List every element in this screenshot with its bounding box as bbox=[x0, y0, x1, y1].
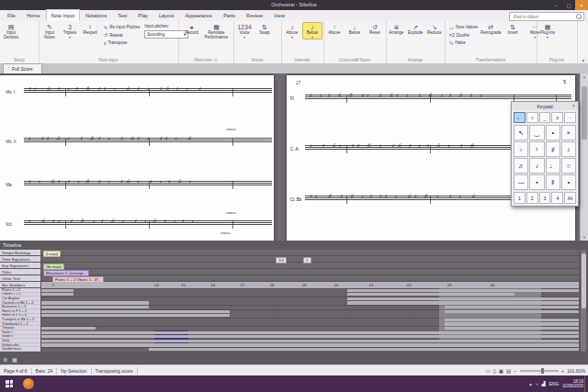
plug-ins-button[interactable]: ▦ Plug-ins ▾ bbox=[537, 22, 558, 39]
full-screen-icon[interactable]: ▤ bbox=[506, 368, 511, 374]
keypad-button[interactable]: ♯ bbox=[546, 141, 560, 157]
network-icon[interactable]: ▟ bbox=[542, 381, 546, 386]
scroll-down-icon[interactable]: ▾ bbox=[581, 235, 588, 240]
keypad-button[interactable]: • bbox=[546, 125, 560, 140]
timeline-music-segment[interactable] bbox=[445, 310, 579, 313]
close-icon[interactable]: × bbox=[571, 102, 577, 110]
re-input-pitches-button[interactable]: ✎ Re-input Pitches bbox=[102, 24, 141, 30]
keypad-title-bar[interactable]: Keypad × bbox=[512, 102, 578, 110]
tray-app-icon[interactable]: ● bbox=[536, 381, 538, 386]
record-button[interactable]: ● Record bbox=[179, 22, 204, 39]
explode-button[interactable]: ↗ Explode bbox=[406, 22, 425, 39]
keypad-tab-accidentals[interactable]: ⋯ bbox=[564, 112, 576, 123]
timeline-music-segment[interactable] bbox=[41, 343, 579, 346]
timeline-music-segment[interactable] bbox=[149, 348, 579, 351]
keypad-tab-more-notes[interactable]: ♫ bbox=[526, 112, 538, 123]
timeline-music-segment[interactable] bbox=[445, 319, 579, 321]
keypad-tab-common-notes[interactable]: ♩ bbox=[514, 112, 526, 123]
keypad-button[interactable]: ♩ bbox=[546, 158, 560, 174]
timeline-music-segment[interactable] bbox=[41, 293, 74, 296]
tab-notations[interactable]: Notations bbox=[80, 9, 112, 21]
transpose-button[interactable]: ♯ Transpose bbox=[102, 39, 141, 46]
tab-review[interactable]: Review bbox=[241, 9, 268, 21]
keypad-button[interactable]: ♪ bbox=[529, 158, 544, 174]
cross-staff-above-button[interactable]: ↑ Above bbox=[324, 22, 345, 39]
minimize-button[interactable]: – bbox=[549, 0, 562, 10]
invert-button[interactable]: ⇅ Invert bbox=[502, 22, 524, 39]
interval-below-button[interactable]: ♪ Below ▾ bbox=[302, 22, 322, 39]
arrange-button[interactable]: ≣ Arrange bbox=[387, 22, 406, 39]
halve-button[interactable]: ½ Halve bbox=[447, 39, 480, 46]
zoom-slider[interactable] bbox=[520, 370, 559, 372]
chip-tempo-largo[interactable]: [Largo] bbox=[43, 251, 61, 257]
keypad-button[interactable]: ♪ bbox=[561, 141, 576, 157]
zoom-slider-thumb[interactable] bbox=[541, 368, 544, 374]
scrollbar-thumb[interactable] bbox=[582, 253, 586, 308]
ribbon-search-input[interactable] bbox=[512, 14, 576, 20]
tab-file[interactable]: File bbox=[2, 9, 21, 21]
zoom-out-button[interactable]: − bbox=[514, 368, 517, 374]
keypad-voice-button[interactable]: 1 bbox=[514, 192, 526, 204]
collapse-ribbon-button[interactable]: ▴ bbox=[582, 57, 584, 62]
cross-staff-reset-button[interactable]: ↺ Reset bbox=[365, 22, 385, 39]
keypad-button[interactable]: ↖ bbox=[514, 125, 528, 140]
show-desktop-button[interactable] bbox=[584, 375, 588, 392]
input-notes-button[interactable]: ✎ Input Notes bbox=[40, 22, 60, 44]
ribbon-search-box[interactable] bbox=[509, 12, 584, 21]
timeline-music-segment[interactable] bbox=[347, 289, 579, 292]
keypad-button[interactable]: ♬ bbox=[514, 158, 528, 174]
tab-text[interactable]: Text bbox=[112, 9, 132, 21]
tab-play[interactable]: Play bbox=[132, 9, 153, 21]
full-score-tab[interactable]: Full Score bbox=[3, 63, 42, 73]
close-button[interactable]: × bbox=[575, 0, 588, 10]
timeline-bar-number-ruler[interactable]: 1 14 15 16 17 18 19 20 21 22 23 24 bbox=[41, 282, 579, 288]
timeline-tracks[interactable] bbox=[41, 288, 579, 352]
vertical-scrollbar[interactable]: ▴ ▾ bbox=[580, 73, 588, 241]
scrollbar-thumb[interactable] bbox=[582, 86, 587, 140]
interval-above-button[interactable]: ♪ Above ▾ bbox=[282, 22, 302, 39]
staff-vln-2[interactable]: ♩ ♪♪ ♫ ♩ ♪ ♬♪ ♩ ♪ ♫♪ ♩ ♪♪ ♩ ♫ bbox=[24, 138, 272, 146]
timeline-music-segment[interactable] bbox=[347, 297, 579, 300]
timeline-scrollbar[interactable] bbox=[581, 250, 586, 352]
chip-title-movement-1[interactable]: Movement 1: (excerpt... bbox=[43, 270, 89, 276]
tab-view[interactable]: View bbox=[268, 9, 290, 21]
keypad-button[interactable]: ○ bbox=[561, 158, 576, 174]
timeline-music-segment[interactable] bbox=[41, 310, 230, 313]
keypad-button[interactable]: ‿ bbox=[529, 125, 544, 140]
timeline-settings-gear-icon[interactable]: ⚙ bbox=[3, 356, 7, 363]
chip-key-db-major[interactable]: Db major bbox=[43, 263, 64, 270]
panorama-view-icon[interactable]: ▭ bbox=[486, 368, 491, 374]
tray-expand-icon[interactable]: ▴ bbox=[529, 381, 532, 386]
triplets-button[interactable]: 3 Triplets ▾ bbox=[60, 22, 80, 44]
chip-timesig-2-4[interactable]: 2/4 bbox=[276, 257, 287, 263]
timeline-music-segment[interactable] bbox=[347, 301, 579, 304]
tab-home[interactable]: Home bbox=[21, 9, 46, 21]
keypad-button[interactable]: × bbox=[561, 125, 576, 140]
keypad-voice-button[interactable]: All bbox=[564, 192, 576, 204]
timeline-grid-icon[interactable]: ▦ bbox=[12, 356, 17, 363]
timeline-music-segment[interactable] bbox=[41, 340, 579, 342]
timeline-music-segment[interactable] bbox=[41, 301, 149, 304]
voice-button[interactable]: 1234 Voice ▾ bbox=[234, 22, 254, 39]
keypad-voice-button[interactable]: 4 bbox=[551, 192, 563, 204]
language-indicator[interactable]: ENG bbox=[549, 381, 560, 386]
staff-vla[interactable]: ♪ ♩ ♫♪ ♪ ♩♬ ♪ ♩ ♪♫ ♩ ♪ ♩♪ ♫ ♩ bbox=[24, 181, 272, 189]
tab-parts[interactable]: Parts bbox=[218, 9, 241, 21]
scroll-up-icon[interactable]: ▴ bbox=[581, 74, 588, 79]
expression-text[interactable]: cresc. bbox=[220, 230, 232, 235]
keypad-button[interactable]: ▪ bbox=[529, 174, 544, 190]
timeline-music-segment[interactable] bbox=[41, 289, 74, 292]
keypad-button[interactable]: ♭ bbox=[514, 141, 528, 157]
reduce-button[interactable]: ↘ Reduce bbox=[424, 22, 444, 39]
keypad-tab-beams[interactable]: ‿ bbox=[539, 112, 551, 123]
cross-staff-below-button[interactable]: ↓ Below bbox=[345, 22, 365, 39]
start-button[interactable] bbox=[0, 375, 18, 392]
timeline-music-segment[interactable] bbox=[445, 327, 579, 330]
keypad-tab-articulations[interactable]: ♯ bbox=[551, 112, 563, 123]
input-devices-button[interactable]: ▤ Input Devices bbox=[1, 22, 21, 44]
keypad-button[interactable]: ♮ bbox=[529, 141, 544, 157]
timeline-music-segment[interactable] bbox=[41, 327, 96, 330]
tab-appearance[interactable]: Appearance bbox=[180, 9, 219, 21]
spread-view-icon[interactable]: ▣ bbox=[499, 368, 503, 374]
swap-button[interactable]: ⇅ Swap bbox=[254, 22, 275, 39]
